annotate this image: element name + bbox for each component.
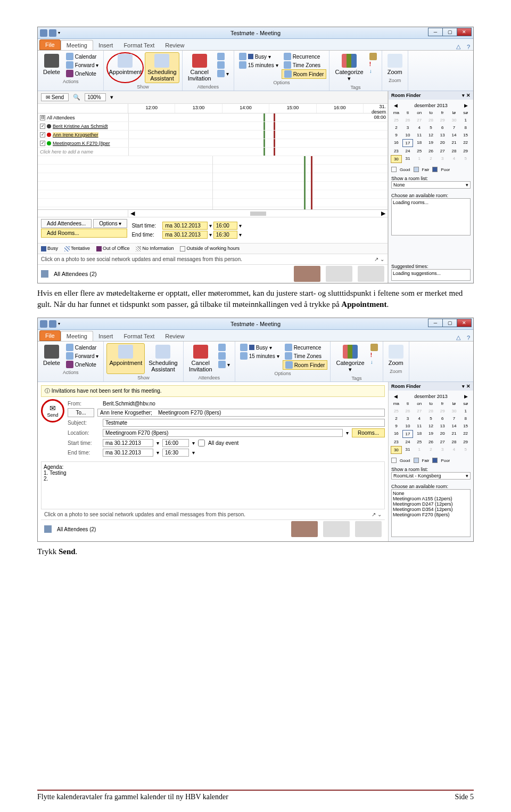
qat-dropdown-icon[interactable]: ▾ (58, 321, 60, 326)
all-attendees-count[interactable]: All Attendees (2) (57, 526, 96, 532)
help-icon[interactable]: ? (464, 335, 473, 341)
attendee-checkbox[interactable]: ✓ (40, 132, 45, 137)
response-options-button[interactable]: ▾ (215, 69, 231, 78)
save-icon[interactable] (49, 320, 56, 328)
ribbon-minimize-icon[interactable]: △ (453, 334, 464, 341)
all-day-checkbox[interactable] (198, 440, 205, 446)
available-rooms-list[interactable]: None Meetingroom A155 (12pers) Meetingro… (391, 489, 471, 537)
maximize-button[interactable]: ▢ (442, 28, 457, 36)
recurrence-button[interactable]: Recurrence (282, 52, 327, 61)
onenote-button[interactable]: OneNote (64, 360, 101, 369)
to-field[interactable] (97, 409, 385, 417)
zoom-button[interactable]: Zoom (385, 52, 405, 77)
close-button[interactable]: ✕ (457, 319, 472, 327)
attendee-name[interactable]: Berit Kristine Aas Schmidt (53, 124, 108, 129)
mini-calendar[interactable]: mationtofrløsø 2526272829301 2345678 910… (391, 109, 471, 163)
cancel-invitation-button[interactable]: Cancel Invitation (185, 52, 214, 83)
categorize-button[interactable]: Categorize▾ (332, 52, 366, 84)
roomfinder-button[interactable]: Room Finder (282, 69, 327, 79)
mini-calendar[interactable]: mationtofrløsø 2526272829301 2345678 910… (391, 400, 471, 454)
tab-meeting[interactable]: Meeting (61, 331, 93, 341)
calendar-button[interactable]: Calendar (64, 343, 101, 352)
suggested-times-list[interactable]: Loading suggestions... (391, 269, 471, 281)
tab-insert[interactable]: Insert (93, 40, 119, 50)
social-dropdown-icon[interactable]: ⌄ (380, 256, 384, 262)
tab-format-text[interactable]: Format Text (118, 40, 160, 50)
show-as-dropdown[interactable]: Busy ▾ (237, 52, 281, 61)
prev-month-icon[interactable]: ◀ (394, 103, 398, 108)
person-photo-placeholder[interactable] (355, 521, 382, 537)
minimize-button[interactable]: ─ (428, 28, 443, 36)
zoom-level-input[interactable] (85, 93, 106, 101)
person-photo-placeholder[interactable] (323, 521, 350, 537)
tab-meeting[interactable]: Meeting (61, 40, 93, 50)
attendee-checkbox[interactable]: ✓ (40, 141, 45, 146)
end-date-input[interactable] (103, 449, 153, 457)
roomfinder-button[interactable]: Room Finder (283, 360, 328, 370)
attendee-name[interactable]: Meetingroom K F270 (8per (53, 141, 110, 146)
person-photo[interactable] (294, 266, 320, 282)
forward-button[interactable]: Forward ▾ (64, 61, 101, 69)
person-photo[interactable] (291, 521, 318, 537)
appointment-button[interactable]: Appointment (106, 52, 144, 83)
social-dropdown-icon[interactable]: ⌄ (377, 511, 382, 517)
reminder-dropdown[interactable]: 15 minutes ▾ (238, 352, 282, 360)
scheduling-assistant-button[interactable]: Scheduling Assistant (146, 343, 180, 374)
room-list-dropdown[interactable]: RoomList - Kongsberg▾ (391, 472, 471, 480)
person-photo-placeholder[interactable] (326, 266, 352, 282)
zoom-search-icon[interactable]: 🔍 (73, 94, 80, 101)
subject-field[interactable] (103, 419, 385, 427)
tab-file[interactable]: File (39, 39, 61, 50)
low-priority-button[interactable]: ↓ (367, 68, 379, 75)
attendee-name[interactable]: Ann Irene Krogsether (53, 132, 98, 137)
roomfinder-close-icon[interactable]: ✕ (466, 93, 471, 98)
timezones-button[interactable]: Time Zones (283, 352, 328, 360)
scrollbar-thumb[interactable] (250, 212, 266, 216)
scroll-left-icon[interactable]: ◀ (130, 210, 135, 217)
roomfinder-dropdown-icon[interactable]: ▾ (462, 93, 465, 98)
attendee-checkbox[interactable]: ✓ (40, 124, 45, 129)
check-names-button[interactable] (215, 61, 231, 69)
to-button[interactable]: To... (68, 408, 94, 417)
start-date-input[interactable] (162, 222, 208, 230)
recurrence-button[interactable]: Recurrence (283, 343, 328, 352)
available-rooms-list[interactable]: Loading rooms... (391, 198, 471, 236)
roomfinder-dropdown-icon[interactable]: ▾ (462, 384, 465, 389)
timezones-button[interactable]: Time Zones (282, 61, 327, 69)
add-attendee-input[interactable]: Click here to add a name (38, 148, 128, 156)
tab-insert[interactable]: Insert (93, 331, 119, 341)
tab-review[interactable]: Review (160, 331, 189, 341)
roomfinder-close-icon[interactable]: ✕ (466, 384, 471, 389)
start-time-input[interactable] (213, 222, 237, 230)
save-icon[interactable] (49, 29, 56, 37)
location-field[interactable] (103, 429, 343, 437)
calendar-button[interactable]: Calendar (64, 52, 101, 61)
onenote-button[interactable]: OneNote (64, 69, 101, 78)
add-rooms-button[interactable]: Add Rooms... (41, 229, 127, 238)
start-time-input[interactable] (162, 439, 189, 447)
scroll-right-icon[interactable]: ▶ (381, 210, 385, 217)
tab-format-text[interactable]: Format Text (118, 331, 160, 341)
send-button[interactable]: ✉Send (41, 399, 64, 423)
add-attendees-button[interactable]: Add Attendees... (41, 219, 92, 228)
delete-button[interactable]: Delete (40, 343, 63, 369)
appointment-button[interactable]: Appointment (106, 343, 145, 374)
ribbon-minimize-icon[interactable]: △ (453, 43, 464, 50)
end-time-input[interactable] (162, 449, 189, 457)
high-priority-button[interactable]: ! (367, 61, 379, 68)
scheduling-assistant-button[interactable]: Scheduling Assistant (145, 52, 179, 83)
address-book-button[interactable] (215, 52, 231, 61)
all-attendees-checkbox[interactable]: ⊟ (40, 115, 45, 120)
delete-button[interactable]: Delete (40, 52, 63, 78)
private-button[interactable] (367, 52, 379, 61)
social-expand-icon[interactable]: ↗ (374, 256, 378, 262)
options-button[interactable]: Options ▾ (93, 219, 127, 228)
tab-review[interactable]: Review (160, 40, 189, 50)
qat-dropdown-icon[interactable]: ▾ (58, 30, 60, 35)
next-month-icon[interactable]: ▶ (464, 103, 468, 108)
prev-month-icon[interactable]: ◀ (394, 394, 398, 399)
reminder-dropdown[interactable]: 15 minutes ▾ (237, 61, 281, 69)
all-attendees-count[interactable]: All Attendees (2) (54, 271, 97, 277)
end-time-input[interactable] (213, 231, 237, 239)
body-textarea[interactable]: Agenda: 1. Testing 2. (41, 461, 385, 509)
